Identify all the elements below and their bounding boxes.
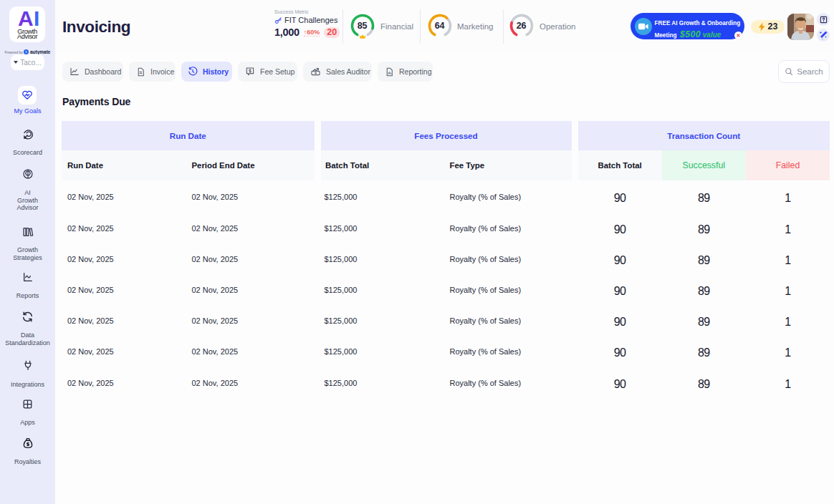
- svg-text:I: I: [34, 6, 39, 28]
- svg-text:A: A: [18, 6, 34, 28]
